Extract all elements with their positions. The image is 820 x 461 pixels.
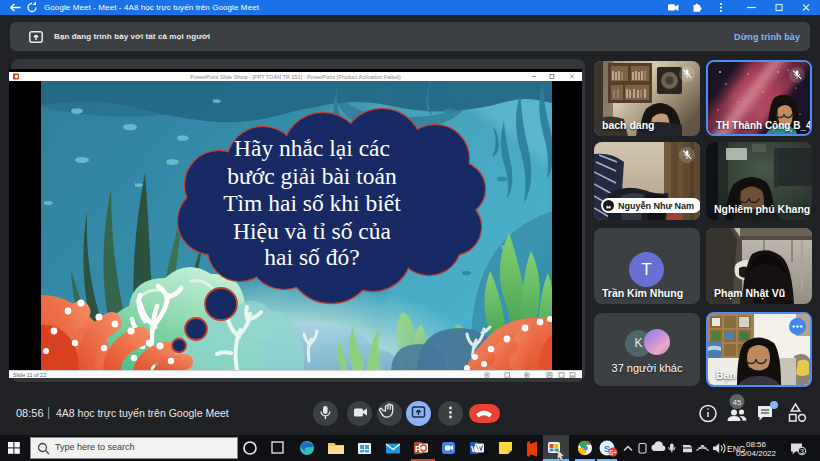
svg-text:P: P bbox=[415, 444, 421, 454]
svg-text:hai số đó?: hai số đó? bbox=[264, 244, 359, 270]
svg-text:45: 45 bbox=[733, 398, 742, 407]
svg-text:Tìm hai số khi biết: Tìm hai số khi biết bbox=[223, 190, 401, 216]
svg-text:3: 3 bbox=[800, 448, 804, 455]
svg-text:05/04/2022: 05/04/2022 bbox=[736, 449, 777, 458]
svg-text:bước giải bài toán: bước giải bài toán bbox=[227, 163, 397, 189]
svg-text:08:56: 08:56 bbox=[746, 440, 767, 449]
svg-text:Hiệu và tỉ số của: Hiệu và tỉ số của bbox=[233, 218, 391, 244]
svg-text:Hãy nhắc lại các: Hãy nhắc lại các bbox=[234, 135, 390, 161]
svg-text:S+: S+ bbox=[609, 449, 617, 456]
svg-text:W: W bbox=[471, 444, 480, 454]
